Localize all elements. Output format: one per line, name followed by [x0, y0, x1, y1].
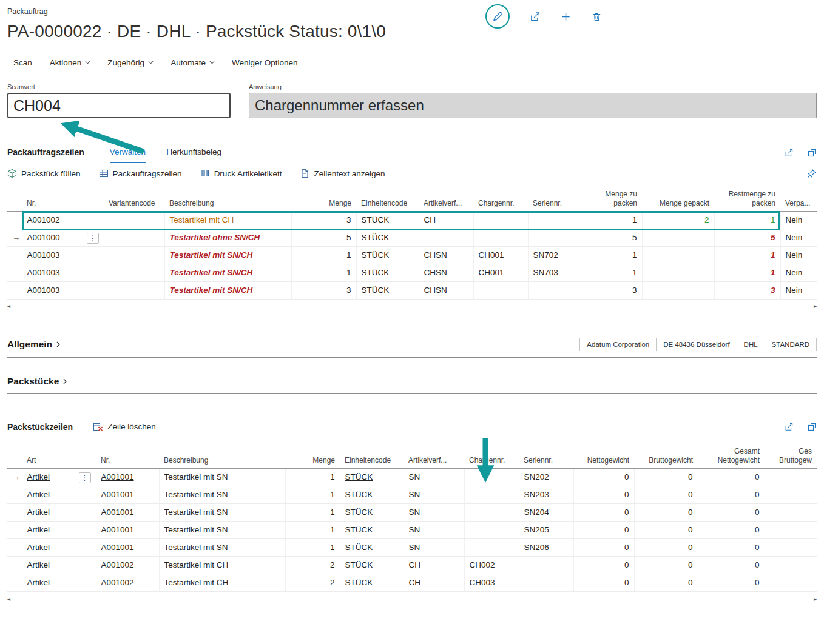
cell-netto[interactable]: 0: [573, 469, 634, 486]
cell-seriennr[interactable]: [519, 557, 573, 574]
cell-menge[interactable]: 1: [285, 486, 340, 504]
order-lines-action[interactable]: Packauftragszeilen: [99, 169, 182, 178]
cell-menge[interactable]: 2: [285, 574, 340, 592]
cell-mg[interactable]: [642, 246, 714, 264]
cell-nr[interactable]: A001001: [96, 469, 159, 486]
cell-netto[interactable]: 0: [573, 486, 634, 504]
cell-seriennr[interactable]: SN204: [519, 504, 573, 522]
cell-nr[interactable]: A001002: [22, 211, 104, 229]
col-header-artikelverf[interactable]: Artikelverf...: [404, 442, 464, 469]
cell-artikelverf[interactable]: SN: [404, 522, 464, 539]
cell-beschreibung[interactable]: Testartikel mit SN: [159, 486, 285, 504]
table-row[interactable]: →Artikel⋮A001001Testartikel mit SN1STÜCK…: [7, 469, 817, 486]
cell-seriennr[interactable]: SN202: [519, 469, 573, 486]
table-row[interactable]: A001002Testartikel mit CH3STÜCKCH121Nein: [7, 211, 817, 229]
cell-artikelverf[interactable]: CH: [404, 557, 464, 574]
cell-einheit[interactable]: STÜCK: [356, 281, 419, 299]
col-header-seriennr[interactable]: Seriennr.: [519, 442, 573, 469]
cell-netto[interactable]: 0: [573, 504, 634, 522]
cell-menge[interactable]: 2: [285, 557, 340, 574]
cell-einheit[interactable]: STÜCK: [340, 486, 404, 504]
cell-chargennr[interactable]: [473, 281, 528, 299]
menu-scan[interactable]: Scan: [7, 58, 41, 67]
cell-verpa[interactable]: Nein: [780, 229, 817, 246]
cell-brutto[interactable]: 0: [634, 486, 698, 504]
scroll-right-icon[interactable]: ▸: [814, 303, 817, 309]
cell-verpa[interactable]: Nein: [780, 246, 817, 264]
cell-brutto[interactable]: 0: [634, 469, 698, 486]
fill-package-action[interactable]: Packstück füllen: [7, 169, 81, 178]
row-marker[interactable]: [7, 246, 22, 264]
cell-nr[interactable]: A001002: [96, 557, 159, 574]
cell-chargennr[interactable]: [473, 229, 528, 246]
tab-verwalten[interactable]: Verwalten: [110, 147, 146, 163]
cell-variante[interactable]: [104, 211, 164, 229]
cell-variante[interactable]: [104, 281, 164, 299]
col-header-mzp[interactable]: Menge zu packen: [583, 184, 642, 211]
summary-address[interactable]: DE 48436 Düsseldorf: [656, 338, 737, 351]
cell-rmzp[interactable]: 3: [714, 281, 780, 299]
cell-variante[interactable]: [104, 246, 164, 264]
cell-menge[interactable]: 3: [291, 211, 356, 229]
cell-brutto[interactable]: 0: [634, 504, 698, 522]
cell-seriennr[interactable]: SN703: [528, 264, 583, 281]
cell-gbrutto[interactable]: [765, 557, 817, 574]
cell-gbrutto[interactable]: [765, 522, 817, 539]
cell-nr[interactable]: A001003: [22, 264, 104, 281]
cell-nr[interactable]: A001001: [96, 504, 159, 522]
cell-gbrutto[interactable]: [765, 539, 817, 557]
cell-art[interactable]: Artikel: [22, 574, 96, 592]
cell-brutto[interactable]: 0: [634, 522, 698, 539]
cell-beschreibung[interactable]: Testartikel mit SN: [159, 504, 285, 522]
cell-gbrutto[interactable]: [765, 486, 817, 504]
row-marker[interactable]: [7, 486, 22, 504]
cell-gnetto[interactable]: 0: [698, 486, 765, 504]
summary-customer[interactable]: Adatum Corporation: [579, 338, 657, 351]
menu-zugehoerig[interactable]: Zugehörig: [99, 58, 162, 67]
table-row[interactable]: ArtikelA001002Testartikel mit CH2STÜCKCH…: [7, 574, 817, 592]
cell-beschreibung[interactable]: Testartikel mit SN: [159, 469, 285, 486]
cell-beschreibung[interactable]: Testartikel mit SN/CH: [164, 264, 291, 281]
cell-mzp[interactable]: 5: [583, 229, 642, 246]
cell-nr[interactable]: A001001: [96, 522, 159, 539]
cell-gnetto[interactable]: 0: [698, 539, 765, 557]
menu-aktionen[interactable]: Aktionen: [41, 58, 100, 67]
packlines-hscrollbar[interactable]: ◂ ▸: [7, 595, 817, 602]
cell-chargennr[interactable]: CH003: [464, 574, 519, 592]
pin-icon[interactable]: [807, 169, 817, 178]
cell-verpa[interactable]: Nein: [780, 264, 817, 281]
cell-chargennr[interactable]: CH001: [473, 264, 528, 281]
delete-line-action[interactable]: Zeile löschen: [93, 422, 156, 432]
row-context-menu-icon[interactable]: ⋮: [87, 233, 99, 244]
tab-herkunftsbeleg[interactable]: Herkunftsbeleg: [166, 147, 221, 163]
scanwert-input[interactable]: [7, 93, 231, 118]
col-header-seriennr[interactable]: Seriennr.: [528, 184, 583, 211]
edit-button[interactable]: [491, 10, 504, 22]
cell-nr[interactable]: A001003: [22, 281, 104, 299]
cell-mzp[interactable]: 1: [583, 264, 642, 281]
row-marker[interactable]: →: [7, 469, 22, 486]
cell-einheit[interactable]: STÜCK: [340, 557, 404, 574]
cell-nr[interactable]: A001000⋮: [22, 229, 104, 246]
cell-menge[interactable]: 1: [285, 522, 340, 539]
delete-button[interactable]: [591, 11, 603, 22]
cell-artikelverf[interactable]: SN: [404, 504, 464, 522]
row-marker[interactable]: [7, 211, 22, 229]
scroll-left-icon[interactable]: ◂: [7, 303, 10, 309]
cell-netto[interactable]: 0: [573, 557, 634, 574]
cell-gnetto[interactable]: 0: [698, 469, 765, 486]
cell-art[interactable]: Artikel: [22, 504, 96, 522]
cell-beschreibung[interactable]: Testartikel mit CH: [164, 211, 291, 229]
col-header-nr[interactable]: Nr.: [96, 442, 159, 469]
cell-gbrutto[interactable]: [765, 469, 817, 486]
cell-gbrutto[interactable]: [765, 504, 817, 522]
cell-menge[interactable]: 5: [291, 229, 356, 246]
col-header-chargennr[interactable]: Chargennr.: [464, 442, 519, 469]
table-row[interactable]: ArtikelA001001Testartikel mit SN1STÜCKSN…: [7, 486, 817, 504]
scroll-right-icon[interactable]: ▸: [814, 596, 817, 602]
cell-artikelverf[interactable]: CHSN: [419, 281, 473, 299]
cell-seriennr[interactable]: SN205: [519, 522, 573, 539]
row-context-menu-icon[interactable]: ⋮: [79, 472, 91, 483]
cell-menge[interactable]: 1: [285, 469, 340, 486]
col-header-gnetto[interactable]: Gesamt Nettogewicht: [698, 442, 765, 469]
